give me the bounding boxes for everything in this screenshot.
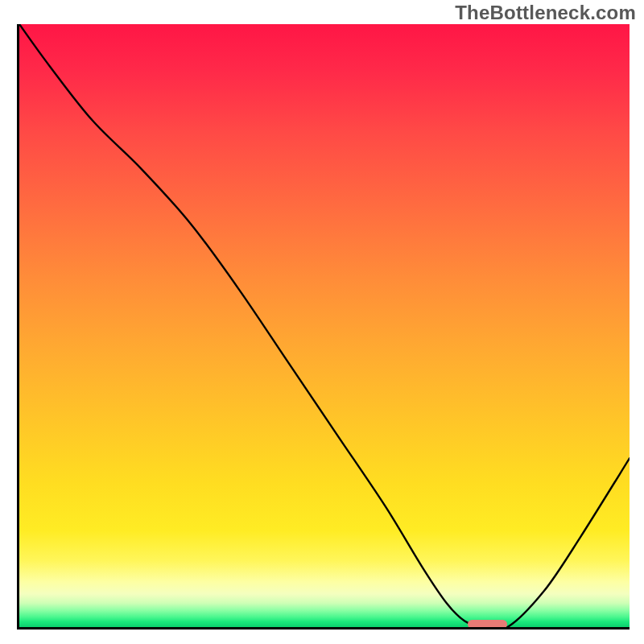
curve-path — [19, 24, 630, 627]
bottleneck-curve — [19, 24, 630, 627]
chart-container: TheBottleneck.com — [0, 0, 644, 644]
plot-area — [17, 24, 630, 630]
optimal-range-marker — [468, 620, 507, 629]
watermark-text: TheBottleneck.com — [455, 2, 636, 24]
